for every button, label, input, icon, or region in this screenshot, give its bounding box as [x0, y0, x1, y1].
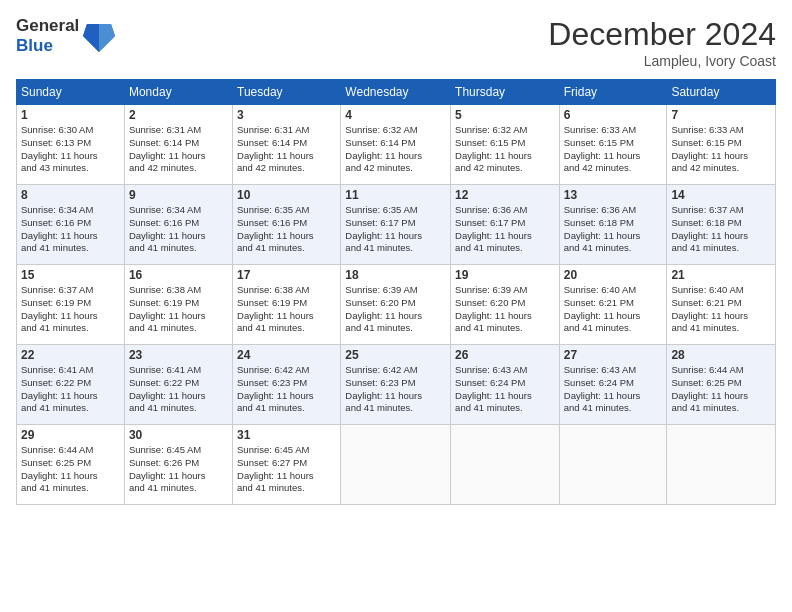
- title-area: December 2024 Lampleu, Ivory Coast: [548, 16, 776, 69]
- calendar-cell: 19Sunrise: 6:39 AMSunset: 6:20 PMDayligh…: [451, 265, 560, 345]
- calendar-cell: 2Sunrise: 6:31 AMSunset: 6:14 PMDaylight…: [124, 105, 232, 185]
- col-header-wednesday: Wednesday: [341, 80, 451, 105]
- day-info: Sunrise: 6:40 AMSunset: 6:21 PMDaylight:…: [564, 284, 663, 335]
- calendar-cell: 25Sunrise: 6:42 AMSunset: 6:23 PMDayligh…: [341, 345, 451, 425]
- day-number: 4: [345, 108, 446, 122]
- day-info: Sunrise: 6:43 AMSunset: 6:24 PMDaylight:…: [564, 364, 663, 415]
- calendar-cell: 24Sunrise: 6:42 AMSunset: 6:23 PMDayligh…: [233, 345, 341, 425]
- logo-general: General: [16, 16, 79, 36]
- col-header-tuesday: Tuesday: [233, 80, 341, 105]
- day-info: Sunrise: 6:42 AMSunset: 6:23 PMDaylight:…: [237, 364, 336, 415]
- day-info: Sunrise: 6:41 AMSunset: 6:22 PMDaylight:…: [129, 364, 228, 415]
- logo-blue: Blue: [16, 36, 79, 56]
- calendar-cell: [667, 425, 776, 505]
- calendar-cell: [559, 425, 667, 505]
- day-info: Sunrise: 6:35 AMSunset: 6:16 PMDaylight:…: [237, 204, 336, 255]
- calendar-cell: 1Sunrise: 6:30 AMSunset: 6:13 PMDaylight…: [17, 105, 125, 185]
- day-info: Sunrise: 6:43 AMSunset: 6:24 PMDaylight:…: [455, 364, 555, 415]
- col-header-sunday: Sunday: [17, 80, 125, 105]
- day-info: Sunrise: 6:44 AMSunset: 6:25 PMDaylight:…: [21, 444, 120, 495]
- svg-marker-1: [99, 24, 115, 52]
- day-number: 21: [671, 268, 771, 282]
- day-number: 26: [455, 348, 555, 362]
- day-number: 9: [129, 188, 228, 202]
- day-info: Sunrise: 6:37 AMSunset: 6:18 PMDaylight:…: [671, 204, 771, 255]
- day-number: 14: [671, 188, 771, 202]
- calendar-cell: 8Sunrise: 6:34 AMSunset: 6:16 PMDaylight…: [17, 185, 125, 265]
- col-header-thursday: Thursday: [451, 80, 560, 105]
- day-number: 3: [237, 108, 336, 122]
- day-number: 28: [671, 348, 771, 362]
- day-info: Sunrise: 6:37 AMSunset: 6:19 PMDaylight:…: [21, 284, 120, 335]
- day-number: 17: [237, 268, 336, 282]
- calendar-cell: 31Sunrise: 6:45 AMSunset: 6:27 PMDayligh…: [233, 425, 341, 505]
- calendar-cell: 28Sunrise: 6:44 AMSunset: 6:25 PMDayligh…: [667, 345, 776, 425]
- col-header-saturday: Saturday: [667, 80, 776, 105]
- calendar-cell: 29Sunrise: 6:44 AMSunset: 6:25 PMDayligh…: [17, 425, 125, 505]
- day-info: Sunrise: 6:38 AMSunset: 6:19 PMDaylight:…: [237, 284, 336, 335]
- day-info: Sunrise: 6:39 AMSunset: 6:20 PMDaylight:…: [345, 284, 446, 335]
- day-number: 11: [345, 188, 446, 202]
- day-info: Sunrise: 6:33 AMSunset: 6:15 PMDaylight:…: [564, 124, 663, 175]
- calendar-cell: 17Sunrise: 6:38 AMSunset: 6:19 PMDayligh…: [233, 265, 341, 345]
- day-number: 19: [455, 268, 555, 282]
- day-number: 13: [564, 188, 663, 202]
- page: General Blue December 2024 Lampleu, Ivor…: [0, 0, 792, 612]
- calendar-cell: 3Sunrise: 6:31 AMSunset: 6:14 PMDaylight…: [233, 105, 341, 185]
- day-number: 27: [564, 348, 663, 362]
- day-info: Sunrise: 6:38 AMSunset: 6:19 PMDaylight:…: [129, 284, 228, 335]
- calendar-cell: 22Sunrise: 6:41 AMSunset: 6:22 PMDayligh…: [17, 345, 125, 425]
- calendar-cell: 18Sunrise: 6:39 AMSunset: 6:20 PMDayligh…: [341, 265, 451, 345]
- calendar-cell: 4Sunrise: 6:32 AMSunset: 6:14 PMDaylight…: [341, 105, 451, 185]
- day-number: 15: [21, 268, 120, 282]
- day-number: 10: [237, 188, 336, 202]
- day-info: Sunrise: 6:33 AMSunset: 6:15 PMDaylight:…: [671, 124, 771, 175]
- day-number: 18: [345, 268, 446, 282]
- day-number: 1: [21, 108, 120, 122]
- calendar-cell: 27Sunrise: 6:43 AMSunset: 6:24 PMDayligh…: [559, 345, 667, 425]
- month-title: December 2024: [548, 16, 776, 53]
- location: Lampleu, Ivory Coast: [548, 53, 776, 69]
- day-number: 30: [129, 428, 228, 442]
- day-info: Sunrise: 6:34 AMSunset: 6:16 PMDaylight:…: [21, 204, 120, 255]
- calendar-cell: 10Sunrise: 6:35 AMSunset: 6:16 PMDayligh…: [233, 185, 341, 265]
- day-info: Sunrise: 6:45 AMSunset: 6:26 PMDaylight:…: [129, 444, 228, 495]
- day-number: 2: [129, 108, 228, 122]
- day-info: Sunrise: 6:44 AMSunset: 6:25 PMDaylight:…: [671, 364, 771, 415]
- calendar-cell: 23Sunrise: 6:41 AMSunset: 6:22 PMDayligh…: [124, 345, 232, 425]
- svg-marker-2: [83, 24, 99, 52]
- day-number: 24: [237, 348, 336, 362]
- calendar-cell: 12Sunrise: 6:36 AMSunset: 6:17 PMDayligh…: [451, 185, 560, 265]
- calendar-table: SundayMondayTuesdayWednesdayThursdayFrid…: [16, 79, 776, 505]
- calendar-cell: 14Sunrise: 6:37 AMSunset: 6:18 PMDayligh…: [667, 185, 776, 265]
- day-number: 25: [345, 348, 446, 362]
- day-info: Sunrise: 6:39 AMSunset: 6:20 PMDaylight:…: [455, 284, 555, 335]
- day-number: 29: [21, 428, 120, 442]
- day-number: 16: [129, 268, 228, 282]
- day-info: Sunrise: 6:34 AMSunset: 6:16 PMDaylight:…: [129, 204, 228, 255]
- day-info: Sunrise: 6:36 AMSunset: 6:17 PMDaylight:…: [455, 204, 555, 255]
- day-info: Sunrise: 6:31 AMSunset: 6:14 PMDaylight:…: [237, 124, 336, 175]
- day-info: Sunrise: 6:35 AMSunset: 6:17 PMDaylight:…: [345, 204, 446, 255]
- calendar-cell: 21Sunrise: 6:40 AMSunset: 6:21 PMDayligh…: [667, 265, 776, 345]
- day-number: 31: [237, 428, 336, 442]
- calendar-cell: 6Sunrise: 6:33 AMSunset: 6:15 PMDaylight…: [559, 105, 667, 185]
- day-number: 12: [455, 188, 555, 202]
- calendar-cell: 9Sunrise: 6:34 AMSunset: 6:16 PMDaylight…: [124, 185, 232, 265]
- day-info: Sunrise: 6:32 AMSunset: 6:15 PMDaylight:…: [455, 124, 555, 175]
- calendar-cell: 20Sunrise: 6:40 AMSunset: 6:21 PMDayligh…: [559, 265, 667, 345]
- header: General Blue December 2024 Lampleu, Ivor…: [16, 16, 776, 69]
- day-info: Sunrise: 6:30 AMSunset: 6:13 PMDaylight:…: [21, 124, 120, 175]
- logo: General Blue: [16, 16, 115, 55]
- calendar-cell: 13Sunrise: 6:36 AMSunset: 6:18 PMDayligh…: [559, 185, 667, 265]
- calendar-cell: 16Sunrise: 6:38 AMSunset: 6:19 PMDayligh…: [124, 265, 232, 345]
- day-number: 6: [564, 108, 663, 122]
- day-info: Sunrise: 6:36 AMSunset: 6:18 PMDaylight:…: [564, 204, 663, 255]
- calendar-cell: 26Sunrise: 6:43 AMSunset: 6:24 PMDayligh…: [451, 345, 560, 425]
- day-info: Sunrise: 6:40 AMSunset: 6:21 PMDaylight:…: [671, 284, 771, 335]
- calendar-cell: 7Sunrise: 6:33 AMSunset: 6:15 PMDaylight…: [667, 105, 776, 185]
- col-header-friday: Friday: [559, 80, 667, 105]
- day-number: 20: [564, 268, 663, 282]
- day-number: 7: [671, 108, 771, 122]
- calendar-cell: 30Sunrise: 6:45 AMSunset: 6:26 PMDayligh…: [124, 425, 232, 505]
